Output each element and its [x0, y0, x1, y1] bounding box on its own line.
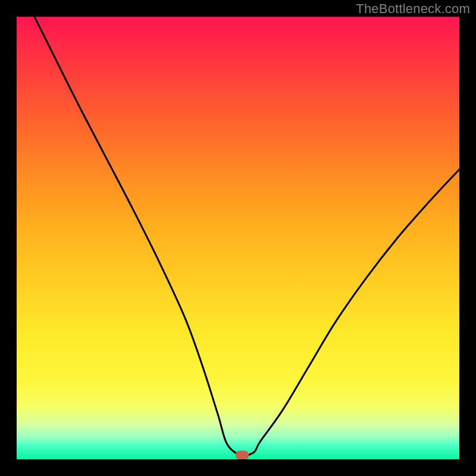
optimal-point-marker [236, 450, 249, 459]
curve-svg [17, 17, 459, 459]
plot-area [17, 17, 459, 459]
bottleneck-curve [35, 17, 459, 456]
chart-frame: TheBottleneck.com [0, 0, 476, 476]
watermark-text: TheBottleneck.com [356, 1, 470, 17]
